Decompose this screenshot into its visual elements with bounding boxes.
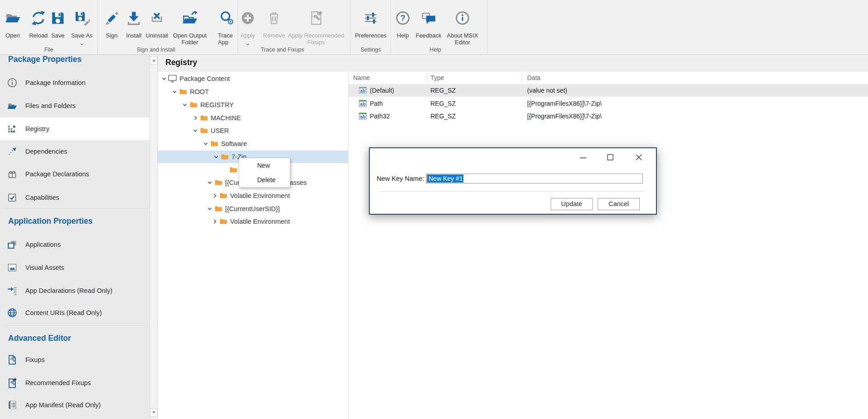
ribbon-button-open-output-folder[interactable]: Open Output Folder xyxy=(172,0,208,46)
column-header-data[interactable]: Data xyxy=(527,72,541,83)
sidebar-item-fixups[interactable]: Fixups xyxy=(0,348,150,371)
content-uris-icon xyxy=(7,307,18,318)
folder-icon xyxy=(200,115,208,121)
tree-row-package-content[interactable]: Package Content xyxy=(179,74,230,83)
sidebar-item-app-manifest-read-only[interactable]: App Manifest (Read Only) xyxy=(0,394,150,416)
ribbon-button-label: Remove xyxy=(261,32,287,39)
sidebar-item-content-uris-read-only[interactable]: Content URIs (Read Only) xyxy=(0,301,150,324)
update-button[interactable]: Update xyxy=(551,198,593,210)
scrollbar-down-arrow[interactable] xyxy=(150,408,157,417)
column-separator[interactable] xyxy=(522,73,522,83)
cell-name: (Default) xyxy=(370,87,394,94)
tree-row-volatile-environment[interactable]: Volatile Environment xyxy=(230,191,290,200)
tree-row-volatile-environment[interactable]: Volatile Environment xyxy=(230,217,290,226)
sidebar-item-files-and-folders[interactable]: Files and Folders xyxy=(0,94,150,117)
sidebar-section-heading: Package Properties xyxy=(8,54,81,64)
recommended-fixups-icon xyxy=(7,377,18,388)
ribbon-button-uninstall[interactable]: Uninstall xyxy=(141,0,173,46)
sidebar-item-package-declarations[interactable]: Package Declarations xyxy=(0,163,150,185)
sidebar-item-visual-assets[interactable]: Visual Assets xyxy=(0,256,150,279)
sidebar-item-applications[interactable]: Applications xyxy=(0,233,150,256)
tree-expander-down-icon[interactable] xyxy=(207,180,212,185)
folder-icon xyxy=(190,102,197,108)
column-header-name[interactable]: Name xyxy=(353,72,370,83)
uninstall-icon xyxy=(149,10,165,26)
ribbon-button-label: Feedback xyxy=(414,32,443,39)
ribbon-button-preferences[interactable]: Preferences xyxy=(354,0,388,46)
sidebar-item-capabilities[interactable]: Capabilities xyxy=(0,186,150,209)
ribbon-button-help[interactable]: ?Help xyxy=(392,0,414,46)
ribbon-button-trace-app[interactable]: Trace App xyxy=(216,0,238,46)
context-menu-item-delete[interactable]: Delete xyxy=(239,173,290,187)
tree-row-software[interactable]: Software xyxy=(221,139,247,148)
dialog-minimize-button[interactable] xyxy=(577,154,590,162)
tree-row-registry[interactable]: REGISTRY xyxy=(200,100,234,109)
folder-icon xyxy=(211,141,218,146)
about-icon xyxy=(454,10,471,26)
tree-row-currentusersid[interactable]: [{CurrentUserSID}] xyxy=(225,204,280,213)
tree-row-machine[interactable]: MACHINE xyxy=(211,113,241,122)
svg-text:?: ? xyxy=(401,14,406,23)
dialog-maximize-button[interactable] xyxy=(604,152,617,163)
sidebar-scrollbar[interactable] xyxy=(150,55,157,419)
new-key-dialog: New Key Name: New Key #1 Update Cancel xyxy=(369,147,657,215)
ribbon-button-label: Apply xyxy=(237,32,259,39)
sidebar-item-app-declarations-read-only[interactable]: App Declarations (Read Only) xyxy=(0,279,150,302)
ribbon-button-open[interactable]: Open xyxy=(1,0,24,46)
table-row-path32[interactable]: abPath32REG_SZ[{ProgramFilesX86}]\7-Zip\ xyxy=(349,110,868,122)
ribbon-button-feedback[interactable]: Feedback xyxy=(414,0,443,46)
ribbon-button-label: Apply Recommended Fixups xyxy=(287,32,345,46)
ribbon-button-apply[interactable]: Apply xyxy=(237,0,259,46)
context-menu-item-new[interactable]: New xyxy=(239,158,290,173)
tree-expander-down-icon[interactable] xyxy=(182,102,188,108)
column-separator[interactable] xyxy=(427,73,427,83)
sidebar-item-registry[interactable]: Registry xyxy=(0,118,150,140)
ribbon-button-sign[interactable]: Sign xyxy=(100,0,123,46)
cancel-button[interactable]: Cancel xyxy=(598,198,640,210)
ribbon-button-about-msix-editor[interactable]: About MSIX Editor xyxy=(445,0,480,46)
apply-icon xyxy=(240,10,256,26)
tree-expander-down-icon[interactable] xyxy=(172,89,177,94)
table-row-default[interactable]: ab(Default)REG_SZ(value not set) xyxy=(349,84,868,97)
cell-data: (value not set) xyxy=(527,87,567,94)
dialog-close-button[interactable] xyxy=(632,152,646,163)
tree-expander-right-icon[interactable] xyxy=(212,219,217,224)
sidebar-item-dependencies[interactable]: Dependencies xyxy=(0,140,150,163)
preferences-icon xyxy=(363,10,379,26)
folder-icon xyxy=(230,167,237,173)
ribbon-button-save-as[interactable]: Save As xyxy=(69,0,95,46)
tree-expander-down-icon[interactable] xyxy=(193,128,198,133)
sidebar-item-label: Package Declarations xyxy=(25,170,89,178)
new-key-name-input[interactable]: New Key #1 xyxy=(426,174,643,184)
tree-expander-right-icon[interactable] xyxy=(212,193,217,198)
tree-expander-right-icon[interactable] xyxy=(193,115,198,121)
tree-row-user[interactable]: USER xyxy=(211,126,229,135)
ribbon-button-apply-recommended-fixups[interactable]: Apply Recommended Fixups xyxy=(287,0,345,46)
sidebar-item-recommended-fixups[interactable]: Recommended Fixups xyxy=(0,372,150,394)
folder-icon xyxy=(179,89,187,94)
help-icon: ? xyxy=(395,10,411,26)
sidebar-item-package-information[interactable]: Package Information xyxy=(0,71,150,94)
ribbon-button-label: Save xyxy=(47,32,69,39)
sidebar-item-label: Applications xyxy=(25,241,61,248)
folder-icon xyxy=(200,127,208,133)
tree-expander-down-icon[interactable] xyxy=(161,76,167,81)
ribbon-button-label: Help xyxy=(392,32,414,39)
ribbon-button-remove[interactable]: Remove xyxy=(261,0,287,46)
ribbon-group-label: File xyxy=(22,46,76,54)
table-row-path[interactable]: abPathREG_SZ[{ProgramFilesX86}]\7-Zip\ xyxy=(349,97,868,110)
tree-expander-down-icon[interactable] xyxy=(207,206,212,212)
sidebar-item-label: Files and Folders xyxy=(25,102,75,109)
ribbon-button-label: Preferences xyxy=(354,32,388,39)
ribbon-button-label: Open xyxy=(1,32,24,39)
scrollbar-up-arrow[interactable] xyxy=(150,56,157,65)
tree-expander-down-icon[interactable] xyxy=(213,154,219,160)
column-header-type[interactable]: Type xyxy=(430,72,444,83)
ribbon-button-save[interactable]: Save xyxy=(47,0,69,46)
dropdown-chevron-icon xyxy=(80,40,84,43)
maximize-icon xyxy=(607,154,613,160)
tree-row-root[interactable]: ROOT xyxy=(190,87,209,96)
app-declarations-icon xyxy=(7,285,18,296)
tree-expander-down-icon[interactable] xyxy=(203,141,208,146)
ribbon-group-label: Sign and Install xyxy=(111,46,201,54)
